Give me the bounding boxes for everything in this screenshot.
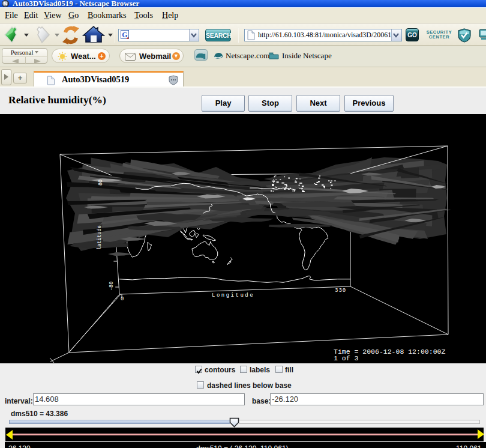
svg-text:-80: -80 (109, 282, 115, 291)
svg-text:1 of 3: 1 of 3 (334, 354, 359, 362)
svg-text:Longitude: Longitude (212, 292, 254, 298)
svg-text:latitude: latitude (97, 225, 103, 250)
svg-text:80: 80 (98, 180, 104, 186)
svg-text:0: 0 (121, 296, 124, 302)
svg-text:330: 330 (335, 288, 346, 294)
